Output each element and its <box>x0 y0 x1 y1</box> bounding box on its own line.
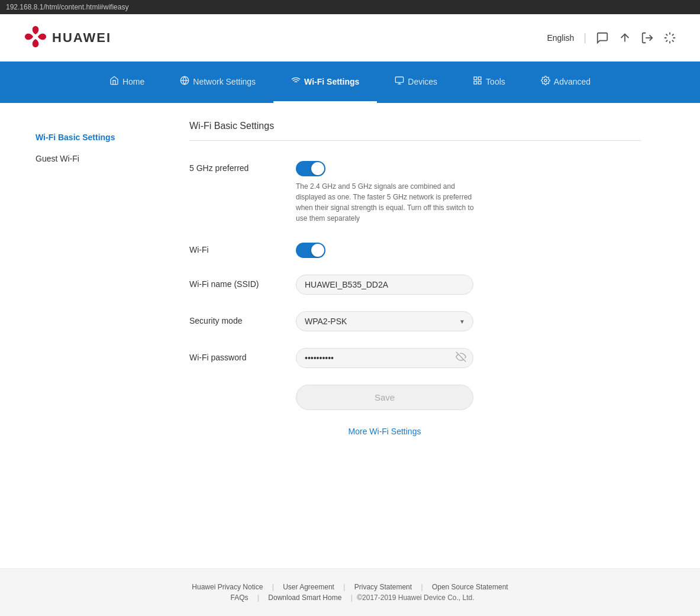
browser-address-bar[interactable]: 192.168.8.1/html/content.html#wifieasy <box>0 0 700 14</box>
logo: HUAWEI <box>24 25 111 50</box>
language-selector[interactable]: English <box>547 33 574 43</box>
label-wifi: Wi-Fi <box>189 240 296 254</box>
control-password <box>296 348 641 368</box>
network-nav-icon <box>180 76 189 88</box>
tools-nav-icon <box>473 76 482 88</box>
footer-secondary-row: FAQs | Download Smart Home | ©2017-2019 … <box>12 594 688 602</box>
page-header: HUAWEI English | <box>0 14 700 62</box>
svg-point-12 <box>544 79 547 82</box>
nav-item-wifi[interactable]: Wi-Fi Settings <box>273 62 377 103</box>
5ghz-description: The 2.4 GHz and 5 GHz signals are combin… <box>296 181 485 224</box>
label-security: Security mode <box>189 311 296 325</box>
footer-copyright: ©2017-2019 Huawei Device Co., Ltd. <box>357 594 474 602</box>
panel-title: Wi-Fi Basic Settings <box>189 121 641 141</box>
header-divider-1: | <box>583 31 586 44</box>
svg-rect-8 <box>474 77 477 80</box>
eye-icon[interactable] <box>456 351 466 365</box>
wifi-nav-icon <box>291 76 301 88</box>
more-wifi-settings-link[interactable]: More Wi-Fi Settings <box>296 427 473 436</box>
form-row-password: Wi-Fi password <box>189 348 641 368</box>
security-select[interactable]: WPA2-PSK WPA-PSK None <box>296 311 473 331</box>
footer-divider-3: | <box>421 583 422 591</box>
toggle-thumb-wifi <box>311 244 324 257</box>
advanced-nav-icon <box>541 76 550 88</box>
svg-rect-9 <box>478 77 481 80</box>
sidebar-label-wifi-basic: Wi-Fi Basic Settings <box>36 133 115 142</box>
label-ssid: Wi-Fi name (SSID) <box>189 275 296 289</box>
logo-text: HUAWEI <box>52 30 111 46</box>
footer-link-open-source[interactable]: Open Source Statement <box>432 583 508 591</box>
page-footer: Huawei Privacy Notice | User Agreement |… <box>0 568 700 616</box>
toggle-wifi[interactable] <box>296 243 325 258</box>
spinner-icon[interactable] <box>663 31 676 44</box>
browser-url: 192.168.8.1/html/content.html#wifieasy <box>6 3 128 11</box>
footer-divider-2: | <box>343 583 345 591</box>
footer-divider-1: | <box>272 583 274 591</box>
control-security: WPA2-PSK WPA-PSK None <box>296 311 641 331</box>
svg-rect-11 <box>474 81 477 84</box>
nav-label-devices: Devices <box>408 77 437 86</box>
control-5ghz: The 2.4 GHz and 5 GHz signals are combin… <box>296 159 641 224</box>
sidebar-item-guest-wifi[interactable]: Guest Wi-Fi <box>36 148 166 169</box>
toggle-thumb-5ghz <box>311 162 324 175</box>
svg-rect-10 <box>478 81 481 84</box>
sidebar-item-wifi-basic[interactable]: Wi-Fi Basic Settings <box>36 127 166 148</box>
ssid-input[interactable] <box>296 275 473 295</box>
footer-links-row: Huawei Privacy Notice | User Agreement |… <box>12 583 688 591</box>
huawei-logo-icon <box>24 25 47 50</box>
form-row-ssid: Wi-Fi name (SSID) <box>189 275 641 295</box>
nav-label-network: Network Settings <box>193 77 256 86</box>
more-settings-row: More Wi-Fi Settings <box>296 427 641 436</box>
chat-icon[interactable] <box>596 31 609 44</box>
nav-label-advanced: Advanced <box>554 77 591 86</box>
svg-rect-5 <box>396 77 404 82</box>
devices-nav-icon <box>395 76 404 88</box>
label-5ghz: 5 GHz preferred <box>189 159 296 173</box>
home-nav-icon <box>109 76 119 88</box>
footer-link-privacy-notice[interactable]: Huawei Privacy Notice <box>192 583 263 591</box>
save-button[interactable]: Save <box>296 385 473 410</box>
form-row-wifi: Wi-Fi <box>189 240 641 258</box>
form-row-security: Security mode WPA2-PSK WPA-PSK None <box>189 311 641 331</box>
content-panel: Wi-Fi Basic Settings 5 GHz preferred The… <box>166 121 664 550</box>
sidebar-label-guest-wifi: Guest Wi-Fi <box>36 154 79 163</box>
control-wifi <box>296 240 641 258</box>
footer-link-smart-home[interactable]: Download Smart Home <box>268 594 341 602</box>
sidebar: Wi-Fi Basic Settings Guest Wi-Fi <box>36 121 166 550</box>
nav-item-devices[interactable]: Devices <box>377 62 455 103</box>
footer-divider-5: | <box>351 594 353 602</box>
form-row-save: Save <box>296 385 641 410</box>
main-nav: Home Network Settings Wi-Fi Settings Dev… <box>0 62 700 103</box>
nav-item-tools[interactable]: Tools <box>455 62 523 103</box>
main-content-area: Wi-Fi Basic Settings Guest Wi-Fi Wi-Fi B… <box>0 103 700 568</box>
control-ssid <box>296 275 641 295</box>
security-select-wrapper: WPA2-PSK WPA-PSK None <box>296 311 473 331</box>
footer-link-privacy-statement[interactable]: Privacy Statement <box>354 583 412 591</box>
toggle-5ghz[interactable] <box>296 161 325 176</box>
nav-item-advanced[interactable]: Advanced <box>523 62 608 103</box>
form-row-5ghz: 5 GHz preferred The 2.4 GHz and 5 GHz si… <box>189 159 641 224</box>
nav-label-home: Home <box>122 77 144 86</box>
password-input[interactable] <box>296 348 473 368</box>
nav-label-wifi: Wi-Fi Settings <box>304 77 359 86</box>
footer-divider-4: | <box>257 594 259 602</box>
header-controls: English | <box>547 31 676 44</box>
logout-icon[interactable] <box>641 31 654 44</box>
nav-item-home[interactable]: Home <box>92 62 162 103</box>
nav-label-tools: Tools <box>486 77 505 86</box>
upload-icon[interactable] <box>618 31 631 44</box>
label-password: Wi-Fi password <box>189 348 296 362</box>
footer-link-faqs[interactable]: FAQs <box>231 594 249 602</box>
nav-item-network[interactable]: Network Settings <box>162 62 273 103</box>
footer-link-user-agreement[interactable]: User Agreement <box>283 583 334 591</box>
password-wrapper <box>296 348 473 368</box>
